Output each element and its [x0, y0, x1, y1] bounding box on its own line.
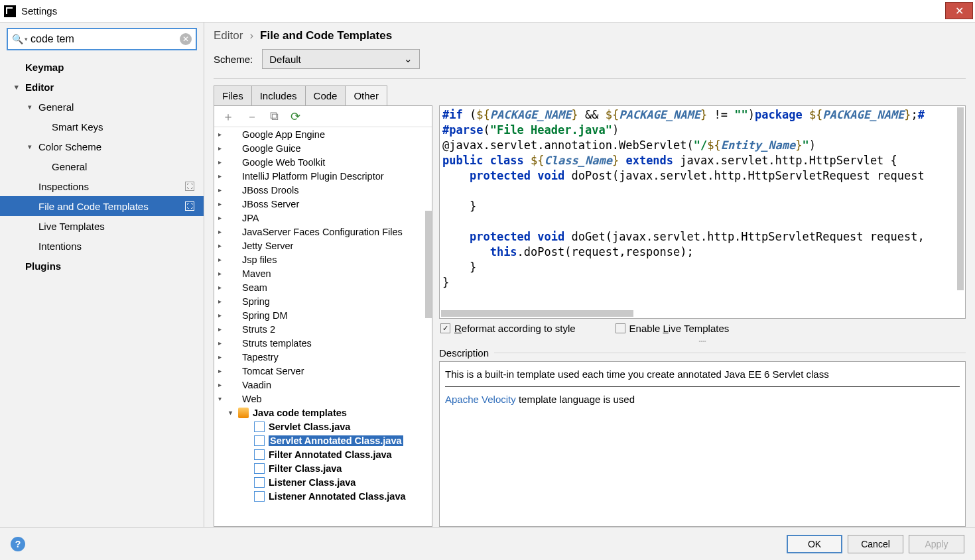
close-button[interactable]: ✕	[945, 2, 973, 19]
apply-button[interactable]: Apply	[909, 535, 964, 553]
enable-live-templates-checkbox[interactable]: Enable Live Templates	[616, 323, 730, 334]
template-row[interactable]: ▾Java code templates	[214, 406, 432, 420]
template-row[interactable]: ▸Tapestry	[214, 350, 432, 364]
template-row[interactable]: Listener Class.java	[214, 475, 432, 489]
cancel-button[interactable]: Cancel	[848, 535, 903, 553]
template-label: Jsp files	[242, 254, 277, 265]
template-row[interactable]: ▸Tomcat Server	[214, 364, 432, 378]
sidebar-item-color-scheme[interactable]: ▾Color Scheme	[0, 137, 204, 156]
template-row[interactable]: ▸Jetty Server	[214, 239, 432, 252]
refresh-template-icon[interactable]: ⟳	[291, 109, 300, 124]
chevron-right-icon: ▸	[218, 228, 228, 235]
code-v-scrollbar[interactable]	[957, 107, 964, 290]
template-label: Maven	[242, 268, 271, 279]
template-row[interactable]: ▸JavaServer Faces Configuration Files	[214, 225, 432, 239]
template-tabs: Files Includes Code Other	[214, 85, 966, 106]
template-code-editor[interactable]: #if (${PACKAGE_NAME} && ${PACKAGE_NAME} …	[439, 105, 966, 319]
template-label: Servlet Class.java	[269, 421, 350, 432]
template-row[interactable]: ▸Jsp files	[214, 252, 432, 266]
help-icon[interactable]: ?	[11, 537, 25, 551]
sidebar-item-keymap[interactable]: Keymap	[0, 57, 204, 77]
tab-code[interactable]: Code	[305, 85, 346, 106]
reformat-checkbox[interactable]: ✓ Reformat according to style	[440, 323, 576, 334]
template-row[interactable]: ▸Struts templates	[214, 336, 432, 350]
chevron-right-icon: ▸	[218, 214, 228, 221]
template-icon	[254, 491, 265, 502]
sidebar-item-live-templates[interactable]: Live Templates	[0, 216, 204, 236]
template-icon	[228, 324, 238, 335]
template-label: Google Web Toolkit	[242, 157, 325, 168]
tab-files[interactable]: Files	[214, 85, 252, 106]
template-row[interactable]: ▸Spring DM	[214, 308, 432, 322]
template-icon	[228, 338, 238, 349]
template-row[interactable]: ▸Struts 2	[214, 322, 432, 336]
search-input[interactable]	[31, 33, 180, 45]
template-icon	[228, 394, 238, 404]
template-row[interactable]: Servlet Class.java	[214, 420, 432, 433]
template-icon	[228, 310, 238, 321]
template-icon	[254, 435, 265, 446]
template-row[interactable]: ▸Google Guice	[214, 141, 432, 155]
template-row[interactable]: ▸Spring	[214, 294, 432, 308]
template-row[interactable]: ▸Google App Engine	[214, 127, 432, 141]
sidebar-item-inspections[interactable]: Inspections⛶	[0, 176, 204, 196]
template-row[interactable]: ▸JPA	[214, 211, 432, 225]
sidebar-item-file-code-templates[interactable]: File and Code Templates⛶	[0, 196, 204, 216]
project-scope-icon: ⛶	[185, 182, 194, 191]
ok-button[interactable]: OK	[787, 535, 842, 553]
template-scrollbar[interactable]	[425, 211, 432, 318]
scheme-select[interactable]: Default ⌄	[262, 49, 420, 69]
template-row[interactable]: ▸Vaadin	[214, 378, 432, 392]
template-row[interactable]: ▸Maven	[214, 266, 432, 280]
template-icon	[228, 352, 238, 363]
template-icon	[228, 282, 238, 293]
code-h-scrollbar[interactable]	[441, 310, 633, 317]
template-row[interactable]: ▸JBoss Drools	[214, 183, 432, 197]
template-label: Spring	[242, 296, 270, 307]
apache-velocity-link[interactable]: Apache Velocity	[445, 394, 516, 405]
template-label: Filter Class.java	[269, 463, 342, 474]
tab-other[interactable]: Other	[345, 85, 387, 106]
template-label: IntelliJ Platform Plugin Descriptor	[242, 171, 384, 182]
chevron-right-icon: ▸	[218, 353, 228, 361]
template-row[interactable]: Filter Class.java	[214, 461, 432, 475]
titlebar: Settings ✕	[0, 0, 975, 23]
template-list-panel: ＋ － ⧉ ⟳ ▸Google App Engine▸Google Guice▸…	[214, 105, 432, 527]
remove-template-icon[interactable]: －	[246, 109, 258, 125]
sidebar-item-intentions[interactable]: Intentions	[0, 236, 204, 256]
sidebar-item-plugins[interactable]: Plugins	[0, 256, 204, 276]
template-row[interactable]: Servlet Annotated Class.java	[214, 433, 432, 447]
tab-includes[interactable]: Includes	[251, 85, 306, 106]
template-label: JBoss Server	[242, 199, 299, 209]
template-label: Seam	[242, 282, 267, 293]
template-icon	[238, 408, 249, 418]
template-row[interactable]: ▸Seam	[214, 280, 432, 294]
template-icon	[228, 366, 238, 376]
template-tree[interactable]: ▸Google App Engine▸Google Guice▸Google W…	[214, 127, 432, 526]
template-row[interactable]: Listener Annotated Class.java	[214, 489, 432, 503]
sidebar-item-smart-keys[interactable]: Smart Keys	[0, 117, 204, 137]
breadcrumb-leaf: File and Code Templates	[260, 29, 392, 42]
sidebar-item-cs-general[interactable]: General	[0, 156, 204, 176]
clear-search-icon[interactable]: ✕	[180, 33, 192, 45]
chevron-right-icon: ▸	[218, 158, 228, 166]
chevron-down-icon: ▾	[28, 103, 32, 111]
template-label: Tomcat Server	[242, 366, 304, 376]
checkbox-checked-icon: ✓	[440, 323, 450, 333]
template-row[interactable]: ▸Google Web Toolkit	[214, 155, 432, 169]
scheme-label: Scheme:	[214, 54, 253, 65]
sidebar-item-editor[interactable]: ▾Editor	[0, 77, 204, 97]
add-template-icon[interactable]: ＋	[222, 109, 234, 125]
template-row[interactable]: ▸JBoss Server	[214, 197, 432, 211]
chevron-down-icon: ▾	[28, 142, 32, 151]
template-row[interactable]: ▾Web	[214, 392, 432, 406]
copy-template-icon[interactable]: ⧉	[270, 109, 279, 123]
template-row[interactable]: Filter Annotated Class.java	[214, 447, 432, 461]
search-options-caret[interactable]: ▾	[25, 36, 28, 42]
search-input-wrap[interactable]: 🔍 ▾ ✕	[7, 28, 197, 50]
splitter-grip[interactable]: ••••	[439, 338, 966, 343]
template-row[interactable]: ▸IntelliJ Platform Plugin Descriptor	[214, 169, 432, 183]
sidebar-item-general[interactable]: ▾General	[0, 97, 204, 117]
chevron-right-icon: ▸	[218, 186, 228, 194]
breadcrumb-root[interactable]: Editor	[214, 29, 243, 42]
